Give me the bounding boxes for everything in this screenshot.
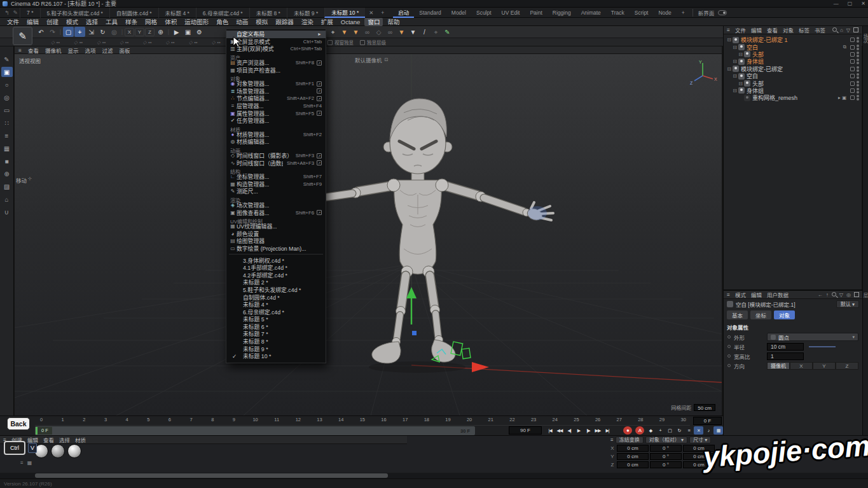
- menubar-item-网格[interactable]: 网格: [142, 18, 160, 26]
- visibility-dots[interactable]: [857, 73, 859, 79]
- menu-item-场次管理器[interactable]: ◈场次管理器...: [226, 202, 326, 209]
- menubar-item-帮助[interactable]: 帮助: [384, 18, 403, 26]
- texture-mode[interactable]: ▨: [1, 181, 13, 192]
- menu-item-构造管理器[interactable]: ▦构造管理器...Shift+F9: [226, 181, 326, 188]
- spline-ik[interactable]: ◇: [373, 27, 384, 38]
- attr-menu-编辑[interactable]: 编辑: [751, 291, 762, 298]
- om-menu-文件[interactable]: 文件: [735, 26, 746, 34]
- menubar-item-模式[interactable]: 模式: [63, 18, 81, 26]
- weight-pin[interactable]: ▼: [396, 27, 407, 38]
- doc-tab[interactable]: 未标题 4 *: [158, 8, 196, 18]
- object-axis-mode[interactable]: ⊕: [1, 169, 13, 179]
- orient-button-X[interactable]: X: [790, 362, 813, 370]
- menu-recent-file[interactable]: ✓未标题 10 *: [226, 352, 326, 360]
- menubar-item-样条[interactable]: 样条: [122, 18, 141, 26]
- transport-record-keyframe[interactable]: ●: [623, 426, 632, 435]
- object-tag-icons[interactable]: ▸ ▣: [838, 95, 846, 101]
- visibility-dots[interactable]: [857, 37, 859, 43]
- layer-toggle[interactable]: [850, 67, 855, 71]
- polygons-mode[interactable]: ▦: [1, 143, 13, 153]
- material-menu-查看[interactable]: 查看: [43, 436, 54, 443]
- workplane-mode[interactable]: ⌂: [1, 194, 13, 204]
- menu-item-测距尺[interactable]: ✎测距尺...: [226, 188, 326, 195]
- viewport-canvas[interactable]: Y X Z 透视视图 默认摄像机⊡ 移动⊹ 网格间距 50 cm: [15, 54, 722, 415]
- attr-tab-坐标[interactable]: 坐标: [750, 310, 771, 319]
- preset-dropdown[interactable]: 默认 ▾: [836, 300, 859, 308]
- hamburger-icon[interactable]: ≡: [18, 47, 22, 53]
- radius-field[interactable]: 10 cm: [767, 343, 804, 351]
- menubar-item-模拟[interactable]: 模拟: [252, 18, 271, 26]
- transport-previous-key[interactable]: ◀◀: [555, 426, 564, 435]
- attr-tab-基本[interactable]: 基本: [727, 310, 748, 319]
- transport-goto-start[interactable]: |◀: [546, 426, 555, 435]
- weight-pen-tool[interactable]: ✎: [442, 27, 453, 38]
- viewport-menu-过滤[interactable]: 过滤: [102, 46, 113, 54]
- takes-vertical-tab[interactable]: 场次: [863, 30, 868, 47]
- lock-icon[interactable]: ◎: [846, 292, 851, 298]
- menubar-item-渲染[interactable]: 渲染: [298, 18, 317, 26]
- timeline-scrubber[interactable]: 0 F 30 F: [35, 426, 475, 435]
- expander-icon[interactable]: ⊟: [732, 88, 738, 94]
- transport-autokey-toggle[interactable]: A: [635, 426, 644, 435]
- layer-toggle[interactable]: [850, 88, 855, 93]
- transport-record-pla[interactable]: ✕: [694, 426, 703, 435]
- rotate-tool[interactable]: ↻: [97, 27, 108, 37]
- menubar-item-动画[interactable]: 动画: [233, 18, 251, 26]
- viewport-menu-显示[interactable]: 显示: [68, 46, 79, 54]
- back-icon[interactable]: ←: [818, 292, 823, 298]
- rotation-field[interactable]: 0 °: [650, 445, 682, 452]
- character-model[interactable]: [312, 99, 553, 363]
- menu-recent-file[interactable]: 未标题 2 *: [226, 279, 326, 286]
- layout-tab-animate[interactable]: Animate: [576, 8, 606, 18]
- playhead[interactable]: 0 F: [36, 427, 52, 435]
- hamburger-icon[interactable]: ≡: [727, 291, 730, 298]
- snap-settings[interactable]: ∪: [1, 207, 13, 217]
- rotation-field[interactable]: 0 °: [650, 453, 682, 460]
- joint-pin[interactable]: ▼: [339, 27, 350, 38]
- render-view[interactable]: ▶: [171, 27, 182, 37]
- pen-history-icon[interactable]: ✎: [13, 10, 18, 16]
- menubar-item-Octane[interactable]: Octane: [338, 18, 364, 26]
- shape-dropdown[interactable]: 圆点▾: [767, 333, 858, 341]
- doc-tab[interactable]: 5.鞋子和头发绑定.c4d *: [40, 8, 109, 18]
- menubar-item-工具[interactable]: 工具: [102, 18, 121, 26]
- toolbar-toggle-3[interactable]: ◇▪▪: [97, 39, 106, 45]
- layer-toggle[interactable]: [850, 95, 855, 100]
- visibility-dots[interactable]: [857, 88, 859, 94]
- back-overlay-button[interactable]: Back: [7, 417, 30, 430]
- menu-item-材质编辑器[interactable]: ◍材质编辑器...: [226, 138, 326, 146]
- current-tool-icon[interactable]: ✎: [13, 27, 32, 45]
- menu-item-材质管理器[interactable]: ●材质管理器...Shift+F2: [226, 131, 326, 139]
- last-used-tool[interactable]: ◎: [109, 27, 120, 37]
- layout-tab-track[interactable]: Track: [606, 8, 630, 18]
- viewport-menu-选项[interactable]: 选项: [85, 46, 96, 54]
- expander-icon[interactable]: ⊟: [726, 37, 732, 43]
- menu-item-资产浏览器[interactable]: ▤资产浏览器...Shift+F8↗: [226, 59, 326, 67]
- menu-item-节点编辑器[interactable]: ∴节点编辑器...Shift+Alt+F2↗: [226, 95, 326, 102]
- layer-toggle[interactable]: [850, 45, 855, 50]
- interface-label[interactable]: 新界面: [698, 9, 715, 17]
- transport-next-key[interactable]: ▶▶: [593, 426, 602, 435]
- transport-play[interactable]: ▶: [574, 426, 583, 435]
- menubar-item-跟踪器[interactable]: 跟踪器: [272, 18, 297, 26]
- coord-header-对象（相对）[interactable]: 对象（相对） ▾: [645, 436, 687, 443]
- orient-button-Y[interactable]: Y: [813, 362, 836, 370]
- coord-header-冻结变换[interactable]: 冻结变换: [616, 436, 644, 443]
- layout-tab-sculpt[interactable]: Sculpt: [471, 8, 497, 18]
- visibility-dots[interactable]: [857, 59, 859, 64]
- material-view-icon[interactable]: ▦: [27, 460, 32, 466]
- layer-toggle[interactable]: [850, 59, 855, 64]
- menu-recent-file[interactable]: 5.鞋子和头发绑定.c4d *: [226, 286, 326, 294]
- maximize-button[interactable]: ▢: [848, 1, 853, 6]
- search-icon[interactable]: [832, 27, 837, 32]
- layout-tab-script[interactable]: Script: [630, 8, 654, 18]
- om-menu-对象[interactable]: 对象: [783, 26, 794, 34]
- rotation-field[interactable]: 0 °: [650, 461, 682, 468]
- layers-vertical-tab[interactable]: 层: [863, 289, 868, 302]
- layer-toggle[interactable]: [850, 52, 855, 57]
- doc-tab[interactable]: 自制圆体.c4d *: [109, 8, 158, 18]
- lasso-select[interactable]: ○: [1, 80, 13, 90]
- close-button[interactable]: ✕: [861, 1, 865, 6]
- om-menu-查看[interactable]: 查看: [767, 26, 778, 34]
- transport-goto-end[interactable]: ▶|: [603, 426, 612, 435]
